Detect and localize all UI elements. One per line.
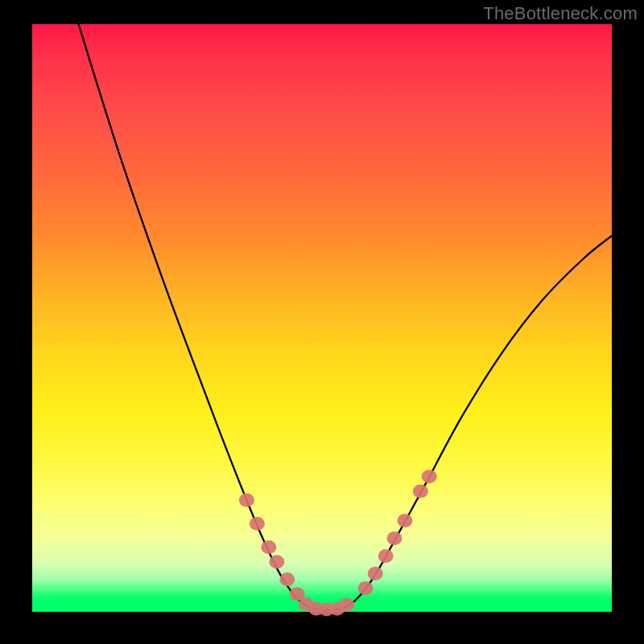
highlight-dot [387,531,402,545]
highlight-dot [422,470,437,484]
highlight-dot [358,581,374,595]
highlight-dot [269,555,284,568]
highlight-dot [339,598,354,612]
highlight-dot [250,517,265,530]
highlight-dot [397,514,412,527]
bottleneck-curve-path [79,24,612,610]
highlight-dot [368,567,383,580]
chart-frame: TheBottleneck.com [0,0,644,644]
highlight-dot [378,549,394,563]
highlight-dots-group [239,470,437,617]
highlight-dot [239,493,254,507]
chart-svg [32,24,612,612]
highlight-dot [279,572,295,586]
watermark-text: TheBottleneck.com [483,3,638,24]
highlight-dot [413,485,428,498]
highlight-dot [261,540,276,554]
